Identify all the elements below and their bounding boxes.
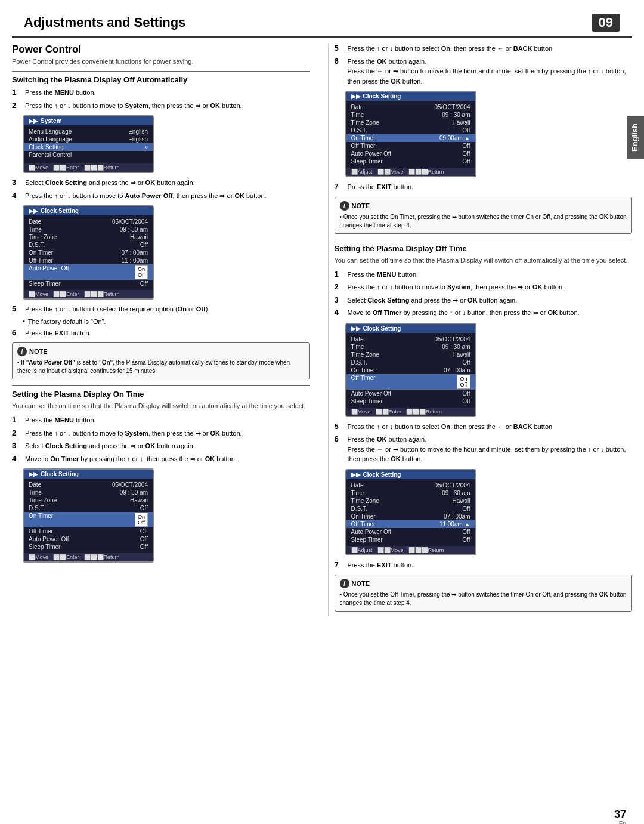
screen-ontimer-set-inner: Date05/OCT/2004 Time09 : 30 am Time Zone…	[346, 101, 475, 168]
page-title: Adjustments and Settings	[24, 15, 185, 30]
note-title-3: i NOTE	[340, 579, 627, 588]
step-num-4: 4	[12, 191, 23, 200]
r-step-num-7: 7	[335, 182, 345, 191]
off-step-text-6: Press the OK button again.Press the ← or…	[348, 434, 633, 464]
off-time-subtitle: You can set the off time so that the Pla…	[335, 257, 633, 264]
step-text-1: Press the MENU button.	[25, 88, 96, 98]
screen-offtimer: ▶▶Clock Setting Date05/OCT/2004 Time09 :…	[345, 323, 476, 417]
english-tab: English	[627, 116, 644, 159]
on-screen-row-ontimer: On Timer OnOff	[24, 512, 153, 527]
note-box-2: i NOTE • Once you set the On Timer, pres…	[335, 197, 633, 234]
note-icon-1: i	[17, 347, 27, 356]
offs-row-date: Date05/OCT/2004	[346, 482, 475, 489]
r-step-num-5: 5	[335, 44, 345, 53]
on-step-num-3: 3	[12, 441, 23, 450]
screen-offtimer-set: ▶▶Clock Setting Date05/OCT/2004 Time09 :…	[345, 469, 476, 555]
bullet-factory-default: • The factory default is "On".	[23, 317, 310, 326]
screen-row-offtimer: Off Timer11 : 00am	[24, 257, 153, 264]
offs-row-tz: Time ZoneHawaii	[346, 497, 475, 505]
on-screen-row-offtimer: Off TimerOff	[24, 527, 153, 535]
note-text-3: • Once you set the Off Timer, pressing t…	[340, 591, 627, 607]
note-label-1: NOTE	[29, 348, 48, 355]
off-step-text-4: Move to Off Timer by pressing the ↑ or ↓…	[348, 308, 580, 318]
on-step-3: 3 Select Clock Setting and press the ➡ o…	[12, 441, 310, 451]
screen-row-clock-setting: Clock Setting»	[24, 143, 153, 151]
off-screen-row-time: Time09 : 30 am	[346, 343, 475, 351]
off-step-5: 5 Press the ↑ or ↓ button to select On, …	[335, 422, 633, 432]
step-text-3: Select Clock Setting and press the ➡ or …	[25, 178, 195, 188]
screen-offtimer-set-header: ▶▶Clock Setting	[346, 470, 475, 479]
on-step-num-4: 4	[12, 454, 23, 463]
step-num-1: 1	[12, 88, 23, 97]
power-control-title: Power Control	[12, 44, 310, 55]
page-header: Adjustments and Settings 09	[12, 9, 632, 38]
note-text-2: • Once you set the On Timer, pressing th…	[340, 213, 627, 230]
page-num-sub: En	[619, 820, 626, 824]
r-step-num-6: 6	[335, 57, 345, 66]
screen-system-header: ▶▶System	[24, 116, 153, 125]
screen-offtimer-header: ▶▶Clock Setting	[346, 324, 475, 333]
on-screen-row-time: Time09 : 30 am	[24, 489, 153, 496]
divider3	[335, 240, 633, 240]
off-screen-row-auto: Auto Power OffOff	[346, 390, 475, 397]
on-time-subtitle: You can set the on time so that the Plas…	[12, 402, 310, 409]
off-step-num-6: 6	[335, 434, 345, 443]
off-screen-row-date: Date05/OCT/2004	[346, 335, 475, 343]
off-step-num-4: 4	[335, 308, 345, 317]
step-4: 4 Press the ↑ or ↓ button to move to Aut…	[12, 191, 310, 201]
note-text-1: • If "Auto Power Off" is set to "On", th…	[17, 359, 305, 375]
off-time-title: Setting the Plasma Display Off Time	[335, 244, 633, 253]
screen-clock-ontimer: ▶▶Clock Setting Date05/OCT/2004 Time09 :…	[23, 468, 154, 563]
offs-row-offtimer: Off Timer11 00am ▲	[346, 520, 475, 528]
step-text-5: Press the ↑ or ↓ button to select the re…	[25, 304, 209, 314]
screen-row-menu-language: Menu LanguageEnglish	[24, 128, 153, 135]
off-step-num-5: 5	[335, 422, 345, 431]
offs-row-ontimer: On Timer07 : 00am	[346, 513, 475, 520]
r-step-text-5: Press the ↑ or ↓ button to select On, th…	[348, 44, 555, 54]
screen-clock-header: ▶▶Clock Setting	[24, 206, 153, 215]
rs-row-tz: Time ZoneHawaii	[346, 119, 475, 126]
off-step-text-5: Press the ↑ or ↓ button to select On, th…	[348, 422, 555, 432]
page-container: English Adjustments and Settings 09 Powe…	[0, 9, 644, 824]
screen-row-sleeptimer: Sleep TimerOff	[24, 280, 153, 288]
power-control-subtitle: Power Control provides convenient functi…	[12, 58, 310, 65]
r-step-text-7: Press the EXIT button.	[348, 182, 414, 192]
note-box-1: i NOTE • If "Auto Power Off" is set to "…	[12, 342, 310, 379]
divider1	[12, 71, 310, 72]
screen-ontimer-set: ▶▶Clock Setting Date05/OCT/2004 Time09 :…	[345, 91, 476, 177]
on-time-title: Setting the Plasma Display On Time	[12, 390, 310, 399]
on-screen-row-sleep: Sleep TimerOff	[24, 543, 153, 551]
on-step-text-3: Select Clock Setting and press the ➡ or …	[25, 441, 195, 451]
r-step-7: 7 Press the EXIT button.	[335, 182, 633, 192]
on-step-num-1: 1	[12, 415, 23, 424]
note-icon-3: i	[340, 579, 349, 588]
divider2	[12, 385, 310, 386]
step-num-5: 5	[12, 304, 23, 313]
off-step-text-7: Press the EXIT button.	[348, 560, 414, 570]
off-step-4: 4 Move to Off Timer by pressing the ↑ or…	[335, 308, 633, 318]
screen-row-ontimer: On Timer07 : 00am	[24, 249, 153, 257]
off-step-text-3: Select Clock Setting and press the ➡ or …	[348, 295, 518, 305]
screen-offtimer-inner: Date05/OCT/2004 Time09 : 30 am Time Zone…	[346, 333, 475, 408]
screen-ontimer-header: ▶▶Clock Setting	[24, 470, 153, 479]
screen-system-footer: ⬜Move⬜⬜Enter⬜⬜⬜Return	[24, 163, 153, 172]
on-step-4: 4 Move to On Timer by pressing the ↑ or …	[12, 454, 310, 464]
rs-row-ontimer: On Timer09 00am ▲	[346, 134, 475, 142]
screen-row-dst: D.S.T.Off	[24, 241, 153, 249]
bullet-dot: •	[23, 317, 25, 326]
screen-clock-footer: ⬜Move⬜⬜Enter⬜⬜⬜Return	[24, 290, 153, 298]
step-5: 5 Press the ↑ or ↓ button to select the …	[12, 304, 310, 314]
screen-offtimer-set-footer: ⬜Adjust⬜⬜Move⬜⬜⬜Return	[346, 546, 475, 554]
screen-row-audio-language: Audio LanguageEnglish	[24, 135, 153, 143]
r-step-5: 5 Press the ↑ or ↓ button to select On, …	[335, 44, 633, 54]
step-3: 3 Select Clock Setting and press the ➡ o…	[12, 178, 310, 188]
off-step-num-7: 7	[335, 560, 345, 569]
on-screen-row-tz: Time ZoneHawaii	[24, 496, 153, 504]
off-step-3: 3 Select Clock Setting and press the ➡ o…	[335, 295, 633, 305]
off-step-2: 2 Press the ↑ or ↓ button to move to Sys…	[335, 282, 633, 292]
screen-row-date: Date05/OCT/2004	[24, 218, 153, 226]
main-content: Power Control Power Control provides con…	[12, 44, 632, 616]
screen-row-parental-control: Parental Control	[24, 151, 153, 159]
r-step-text-6: Press the OK button again.Press the ← or…	[348, 57, 633, 87]
on-screen-row-dst: D.S.T.Off	[24, 504, 153, 512]
